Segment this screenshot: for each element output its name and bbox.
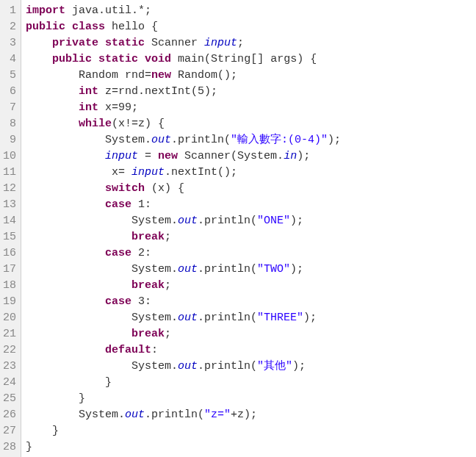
line-number: 15: [3, 229, 16, 245]
code-editor: 1234567891011121314151617181920212223242…: [0, 0, 476, 457]
code-token: .nextInt();: [165, 166, 237, 179]
line-number: 20: [3, 310, 16, 326]
code-token: public: [52, 53, 92, 65]
code-token: }: [26, 425, 59, 437]
code-line: private static Scanner input;: [26, 35, 476, 51]
code-token: System.: [26, 409, 125, 421]
code-line: case 1:: [26, 197, 476, 213]
code-token: [26, 182, 105, 195]
code-token: );: [297, 150, 310, 162]
code-token: [138, 53, 145, 65]
line-number: 18: [3, 278, 16, 294]
code-token: }: [26, 392, 85, 405]
code-token: );: [290, 215, 303, 227]
code-line: break;: [26, 278, 476, 294]
line-number: 16: [3, 245, 16, 262]
code-token: new: [151, 69, 171, 82]
code-token: "ONE": [257, 215, 290, 227]
code-token: (x!=z) {: [112, 118, 165, 130]
code-line: import java.util.*;: [26, 3, 476, 19]
code-token: );: [290, 263, 303, 276]
code-token: [26, 53, 52, 65]
code-token: break: [131, 231, 165, 243]
code-token: [26, 150, 105, 162]
code-token: "其他": [257, 360, 292, 373]
line-number: 6: [3, 84, 16, 100]
code-token: input: [204, 37, 237, 49]
line-number: 26: [3, 407, 16, 423]
code-line: public class hello {: [26, 19, 476, 35]
code-token: "THREE": [257, 312, 303, 324]
code-token: Scanner(System.: [178, 150, 284, 162]
code-token: void: [145, 53, 171, 65]
code-token: .println(: [171, 134, 231, 146]
code-line: }: [26, 439, 476, 456]
code-token: [92, 53, 98, 65]
code-content: import java.util.*;public class hello { …: [21, 0, 476, 457]
code-line: System.out.println("TWO");: [26, 262, 476, 278]
code-line: case 3:: [26, 294, 476, 310]
code-token: case: [105, 295, 131, 308]
code-token: static: [98, 53, 138, 65]
code-token: (x) {: [145, 182, 184, 195]
code-token: class: [72, 21, 105, 33]
code-token: static: [105, 37, 145, 49]
code-line: System.out.println("THREE");: [26, 310, 476, 326]
code-token: [26, 344, 105, 356]
code-token: out: [178, 215, 198, 227]
line-number: 9: [3, 132, 16, 148]
code-line: System.out.println("z="+z);: [26, 407, 476, 423]
code-line: int z=rnd.nextInt(5);: [26, 84, 476, 100]
code-token: 2:: [131, 247, 151, 259]
code-token: switch: [105, 182, 145, 195]
line-number: 19: [3, 294, 16, 310]
code-line: default:: [26, 342, 476, 359]
code-token: [26, 231, 131, 243]
code-line: }: [26, 391, 476, 407]
code-line: System.out.println("ONE");: [26, 213, 476, 229]
line-number: 1: [3, 3, 16, 19]
code-token: public: [26, 21, 65, 33]
code-line: switch (x) {: [26, 181, 476, 197]
code-token: hello {: [105, 21, 158, 33]
code-token: .println(: [198, 360, 257, 373]
code-token: default: [105, 344, 151, 356]
code-line: System.out.println("其他");: [26, 359, 476, 375]
code-line: public static void main(String[] args) {: [26, 51, 476, 68]
line-number: 12: [3, 181, 16, 197]
line-number: 11: [3, 165, 16, 181]
code-token: new: [158, 150, 178, 162]
code-token: [98, 37, 105, 49]
code-token: int: [79, 85, 98, 98]
line-number: 25: [3, 391, 16, 407]
code-token: break: [131, 328, 165, 340]
code-token: ;: [165, 231, 171, 243]
code-line: }: [26, 423, 476, 439]
code-token: input: [105, 150, 138, 162]
code-token: out: [125, 409, 145, 421]
code-token: );: [328, 134, 341, 146]
code-line: break;: [26, 326, 476, 342]
line-number: 5: [3, 68, 16, 84]
code-token: "TWO": [257, 263, 290, 276]
code-token: [26, 118, 79, 130]
line-number: 2: [3, 19, 16, 35]
code-token: main(String[] args) {: [171, 53, 317, 65]
code-token: .println(: [198, 215, 257, 227]
code-token: [26, 247, 105, 259]
code-token: [26, 198, 105, 211]
line-number: 10: [3, 148, 16, 165]
code-token: "輸入數字:(0-4)": [231, 134, 328, 146]
code-token: Random();: [171, 69, 237, 82]
line-number: 13: [3, 197, 16, 213]
line-number-gutter: 1234567891011121314151617181920212223242…: [0, 0, 21, 457]
code-token: out: [151, 134, 171, 146]
code-token: x=99;: [98, 101, 138, 114]
code-token: .println(: [198, 263, 257, 276]
code-line: while(x!=z) {: [26, 116, 476, 132]
code-token: :: [151, 344, 158, 356]
code-token: import: [26, 4, 65, 17]
code-token: x=: [26, 166, 131, 179]
code-token: [26, 328, 131, 340]
line-number: 27: [3, 423, 16, 439]
